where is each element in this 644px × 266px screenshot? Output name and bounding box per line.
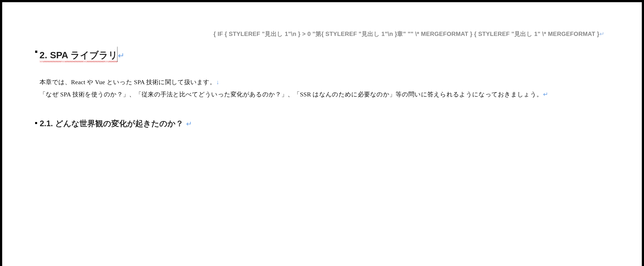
field-code-text: { IF { STYLEREF "見出し 1"\n } > 0 "第{ STYL…	[214, 31, 600, 37]
pilcrow-icon: ↵	[543, 91, 548, 98]
heading-bullet-icon	[35, 122, 37, 124]
pilcrow-icon: ↵	[186, 120, 192, 128]
body-text[interactable]: 本章では、React や Vue といった SPA 技術に関して扱います。↓ 「…	[40, 76, 604, 101]
heading-bullet-icon	[35, 51, 37, 53]
line-break-icon: ↓	[216, 79, 219, 85]
spellcheck-underline-icon	[40, 61, 118, 62]
body-line: 本章では、React や Vue といった SPA 技術に関して扱います。	[40, 79, 216, 85]
heading-1-title: SPA ライブラリ	[50, 50, 118, 60]
heading-2-title: どんな世界観の変化が起きたのか？	[55, 119, 184, 128]
body-line: 「なぜ SPA 技術を使うのか？」、「従来の手法と比べてどういった変化があるのか…	[40, 91, 542, 98]
heading-2[interactable]: 2.1. どんな世界観の変化が起きたのか？ ↵	[40, 118, 192, 129]
text-cursor-icon	[117, 47, 118, 62]
pilcrow-icon: ↵	[118, 51, 124, 60]
heading-2-number: 2.1.	[40, 119, 53, 128]
heading-1[interactable]: 2. SPA ライブラリ ↵	[40, 49, 124, 65]
heading-2-row: 2.1. どんな世界観の変化が起きたのか？ ↵	[40, 118, 604, 129]
document-page: { IF { STYLEREF "見出し 1"\n } > 0 "第{ STYL…	[2, 2, 642, 266]
heading-1-number: 2.	[40, 50, 48, 60]
header-field-codes: { IF { STYLEREF "見出し 1"\n } > 0 "第{ STYL…	[40, 28, 604, 40]
heading-1-row: 2. SPA ライブラリ ↵	[40, 49, 604, 65]
pilcrow-icon: ↵	[600, 31, 604, 37]
